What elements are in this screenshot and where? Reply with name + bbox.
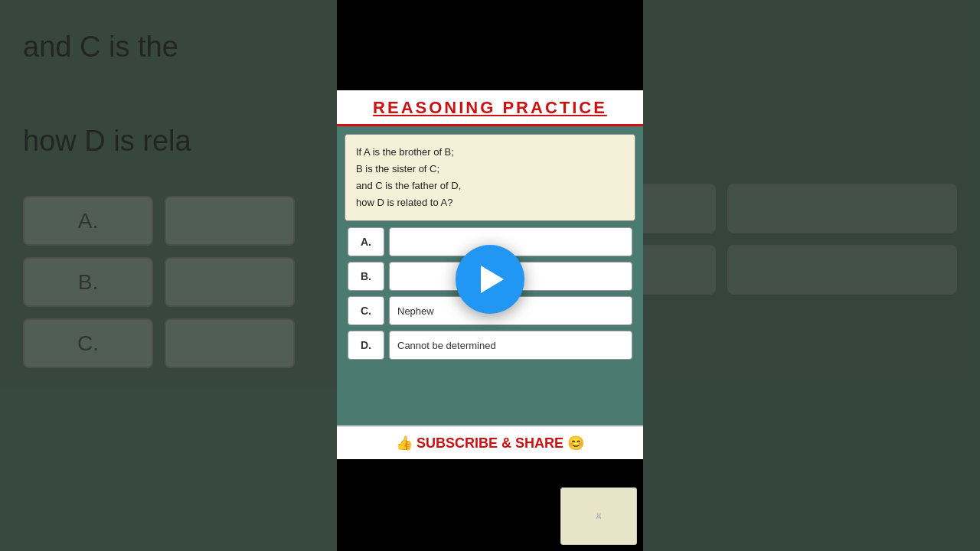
option-letter-a[interactable]: A. bbox=[348, 227, 384, 256]
play-button[interactable] bbox=[456, 245, 524, 314]
option-letter-d[interactable]: D. bbox=[348, 331, 384, 360]
question-line-4: how D is related to A? bbox=[356, 194, 624, 211]
bottom-black-bar: 🐰 bbox=[337, 459, 643, 551]
question-box: If A is the brother of B; B is the siste… bbox=[345, 134, 635, 221]
header-title: REASONING PRACTICE bbox=[337, 98, 643, 118]
bg-btn-a2 bbox=[165, 196, 295, 246]
bg-btn-a: A. bbox=[23, 196, 153, 246]
question-line-1: If A is the brother of B; bbox=[356, 144, 624, 161]
panel-header: REASONING PRACTICE bbox=[337, 90, 643, 126]
option-letter-c[interactable]: C. bbox=[348, 296, 384, 325]
option-letter-b[interactable]: B. bbox=[348, 262, 384, 291]
bg-right-btn-4 bbox=[727, 245, 957, 295]
bg-btn-c2 bbox=[165, 318, 295, 368]
top-black-bar bbox=[337, 0, 643, 90]
bg-btn-b: B. bbox=[23, 257, 153, 307]
question-line-2: B is the sister of C; bbox=[356, 161, 624, 178]
play-icon bbox=[481, 266, 504, 293]
option-row-d[interactable]: D. Cannot be determined bbox=[348, 331, 632, 360]
thumbnail-preview: 🐰 bbox=[560, 487, 637, 545]
thumbnail-content: 🐰 bbox=[592, 510, 606, 523]
bg-btn-b2 bbox=[165, 257, 295, 307]
subscribe-text: 👍 SUBSCRIBE & SHARE 😊 bbox=[337, 435, 643, 452]
option-text-d[interactable]: Cannot be determined bbox=[389, 331, 632, 360]
bg-right-btn-2 bbox=[727, 184, 957, 233]
question-line-3: and C is the father of D, bbox=[356, 178, 624, 194]
bg-btn-c: C. bbox=[23, 318, 153, 368]
panel-footer: 👍 SUBSCRIBE & SHARE 😊 bbox=[337, 425, 643, 459]
